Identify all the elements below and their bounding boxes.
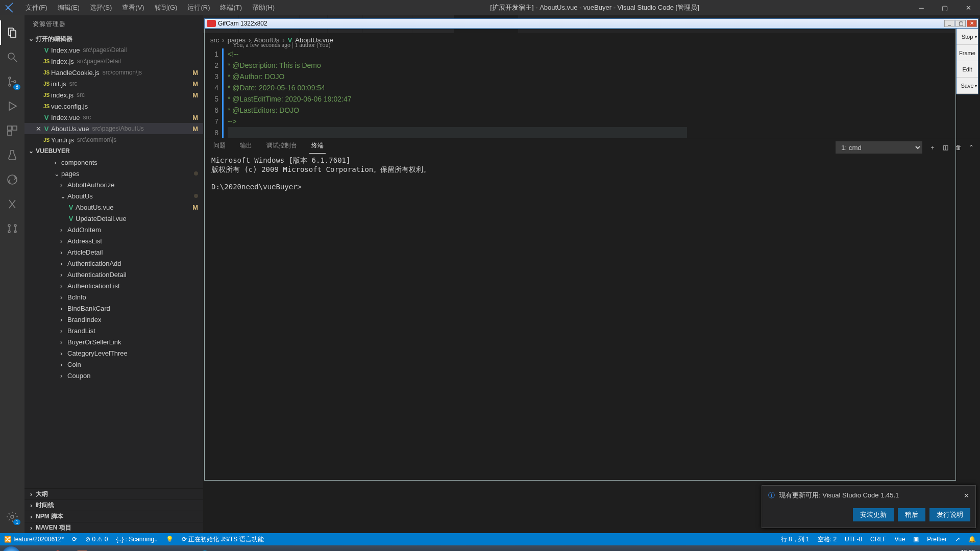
terminal-tab[interactable]: 问题 — [211, 141, 228, 154]
statusbar-item[interactable]: 行 8，列 1 — [777, 535, 814, 544]
gifcam-titlebar[interactable]: GifCam 1322x802 _ ▢ ✕ — [204, 18, 978, 29]
menu-item[interactable]: 运行(R) — [182, 0, 215, 15]
statusbar-item[interactable]: ⊘ 0 ⚠ 0 — [81, 535, 112, 544]
gifcam-minimize[interactable]: _ — [944, 20, 954, 27]
breadcrumb-item[interactable]: src — [210, 36, 219, 44]
folder-item[interactable]: ›Coin — [24, 359, 203, 370]
gifcam-button[interactable]: Stop▾ — [957, 29, 978, 45]
folder-item[interactable]: ›BrandList — [24, 325, 203, 336]
folder-item[interactable]: ›CategoryLevelThree — [24, 347, 203, 359]
maximize-panel-icon[interactable]: ⌃ — [969, 144, 974, 151]
taskbar-app[interactable]: W — [413, 547, 437, 551]
statusbar-item[interactable]: UTF-8 — [841, 535, 866, 544]
taskbar-app[interactable]: 🌐 — [193, 547, 216, 551]
open-editor-item[interactable]: ✕ JS index.js src M — [24, 89, 203, 101]
open-editor-item[interactable]: ✕ V AboutUs.vue src\pages\AboutUs M — [24, 123, 203, 134]
statusbar-item[interactable]: Prettier — [923, 535, 951, 544]
close-icon[interactable]: ✕ — [35, 125, 42, 133]
taskbar-app[interactable]: H — [291, 547, 314, 551]
minimize-button[interactable]: ─ — [910, 0, 933, 15]
folder-item[interactable]: ›components — [24, 157, 203, 168]
folder-item[interactable]: ›BcInfo — [24, 291, 203, 303]
run-debug-icon[interactable] — [0, 94, 24, 118]
sidebar-section[interactable]: ›时间线 — [24, 499, 203, 511]
terminal-tab[interactable]: 输出 — [238, 141, 254, 154]
folder-item[interactable]: ›BuyerOrSellerLink — [24, 336, 203, 347]
explorer-icon[interactable] — [0, 20, 24, 45]
gifcam-close[interactable]: ✕ — [967, 20, 977, 27]
folder-item[interactable]: ›BrandIndex — [24, 314, 203, 325]
sidebar-section[interactable]: ›大纲 — [24, 488, 203, 499]
statusbar-item[interactable]: 🔀 feature/20200612* — [0, 535, 68, 544]
code-lens[interactable]: You, a few seconds ago | 1 author (You) — [233, 39, 331, 51]
code-editor[interactable]: You, a few seconds ago | 1 author (You) … — [203, 46, 980, 138]
taskbar-app[interactable]: 🖊 — [95, 547, 118, 551]
taskbar-app[interactable]: 🛡 — [266, 547, 290, 551]
folder-item[interactable]: ›AuthenticationList — [24, 280, 203, 291]
project-header[interactable]: ⌄VUEBUYER — [24, 145, 203, 157]
custom-icon-2[interactable] — [0, 216, 24, 241]
remote-icon[interactable] — [0, 167, 24, 192]
folder-item[interactable]: ›AbbottAuthorize — [24, 179, 203, 190]
sidebar-section[interactable]: ›NPM 脚本 — [24, 511, 203, 522]
kill-terminal-icon[interactable]: 🗑 — [955, 144, 962, 151]
folder-item[interactable]: ›ArticleDetail — [24, 246, 203, 258]
statusbar-item[interactable]: ⟳ 正在初始化 JS/TS 语言功能 — [178, 535, 268, 544]
extensions-icon[interactable] — [0, 118, 24, 143]
search-icon[interactable] — [0, 45, 24, 69]
notification-button[interactable]: 安装更新 — [853, 508, 894, 521]
folder-item[interactable]: ›AddressList — [24, 235, 203, 246]
taskbar-app[interactable]: ✖ — [217, 547, 241, 551]
source-control-icon[interactable]: 8 — [0, 69, 24, 94]
menu-item[interactable]: 终端(T) — [215, 0, 247, 15]
open-editor-item[interactable]: ✕ JS Index.js src\pages\Detail — [24, 56, 203, 67]
close-button[interactable]: ✕ — [957, 0, 980, 15]
folder-item[interactable]: ⌄pages — [24, 168, 203, 179]
statusbar-item[interactable]: 💡 — [162, 535, 178, 544]
new-terminal-icon[interactable]: ＋ — [929, 143, 936, 152]
gifcam-button[interactable]: Edit — [957, 61, 978, 78]
taskbar-app[interactable]: 🦊 — [364, 547, 388, 551]
start-button[interactable]: ⊞ — [2, 546, 20, 551]
open-editor-item[interactable]: ✕ JS YunJi.js src\common\js — [24, 134, 203, 145]
taskbar-app[interactable]: Ps — [144, 547, 167, 551]
folder-item[interactable]: ›Coupon — [24, 370, 203, 381]
taskbar-clock[interactable]: 19:022020/6/6 — [953, 549, 975, 551]
sidebar-section[interactable]: ›MAVEN 项目 — [24, 522, 203, 533]
open-editor-item[interactable]: ✕ JS vue.config.js — [24, 101, 203, 112]
folder-item[interactable]: ›BindBankCard — [24, 303, 203, 314]
statusbar-item[interactable]: 🔔 — [964, 535, 980, 544]
taskbar-app[interactable]: ⌨ — [119, 547, 143, 551]
taskbar-app[interactable]: 🟫 — [70, 547, 94, 551]
file-item[interactable]: VAboutUs.vueM — [24, 202, 203, 213]
taskbar-app[interactable]: 📁 — [438, 547, 461, 551]
notification-button[interactable]: 发行说明 — [929, 508, 970, 521]
custom-icon-1[interactable] — [0, 192, 24, 216]
testing-icon[interactable] — [0, 143, 24, 167]
file-item[interactable]: VUpdateDetail.vue — [24, 213, 203, 224]
open-editors-header[interactable]: ⌄打开的编辑器 — [24, 33, 203, 44]
menu-item[interactable]: 文件(F) — [20, 0, 53, 15]
menu-item[interactable]: 转到(G) — [150, 0, 183, 15]
taskbar-app[interactable]: G — [389, 547, 412, 551]
gifcam-maximize[interactable]: ▢ — [955, 20, 966, 27]
menu-item[interactable]: 帮助(H) — [247, 0, 280, 15]
statusbar-item[interactable]: 空格: 2 — [814, 535, 841, 544]
maximize-button[interactable]: ▢ — [933, 0, 957, 15]
terminal-tab[interactable]: 终端 — [309, 141, 326, 154]
open-editor-item[interactable]: ✕ JS HandleCookie.js src\common\js M — [24, 67, 203, 78]
taskbar-app[interactable]: ⧉ — [21, 547, 45, 551]
menu-item[interactable]: 查看(V) — [117, 0, 149, 15]
split-terminal-icon[interactable]: ◫ — [943, 144, 948, 151]
taskbar-app[interactable]: 📍 — [46, 547, 69, 551]
statusbar-item[interactable]: ↗ — [951, 535, 964, 544]
folder-item[interactable]: ⌄AboutUs — [24, 190, 203, 202]
settings-icon[interactable]: 1 — [0, 505, 24, 529]
taskbar-app[interactable]: K — [340, 547, 363, 551]
taskbar-app[interactable]: ⨁ — [242, 547, 265, 551]
open-editor-item[interactable]: ✕ V Index.vue src M — [24, 112, 203, 123]
folder-item[interactable]: ›AuthenticationAdd — [24, 258, 203, 269]
folder-item[interactable]: ›AuthenticationDetail — [24, 269, 203, 280]
statusbar-item[interactable]: {..} : Scanning.. — [112, 535, 161, 544]
gifcam-button[interactable]: Save▾ — [957, 78, 978, 94]
